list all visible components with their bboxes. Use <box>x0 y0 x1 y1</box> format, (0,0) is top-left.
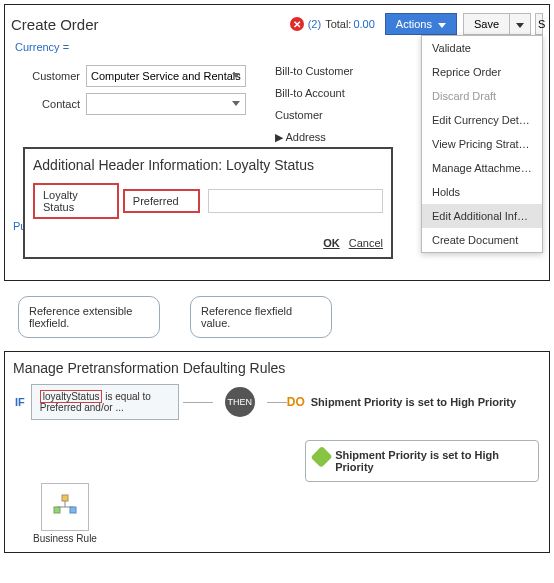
overflow-button[interactable]: S <box>535 13 543 35</box>
billto-customer-label: Bill-to Customer <box>275 65 353 77</box>
save-split-button[interactable] <box>509 13 531 35</box>
menu-edit-additional-info[interactable]: Edit Additional Information <box>422 204 542 228</box>
callout-extensible-flexfield: Reference extensible flexfield. <box>18 296 160 338</box>
customer-field[interactable] <box>86 65 246 87</box>
total-value: 0.00 <box>353 18 374 30</box>
menu-create-doc[interactable]: Create Document <box>422 228 542 252</box>
do-result-card[interactable]: Shipment Priority is set to High Priorit… <box>305 440 539 482</box>
tag-icon <box>311 446 333 468</box>
svg-rect-4 <box>70 507 76 513</box>
customer2-label: Customer <box>275 109 353 121</box>
rules-title: Manage Pretransformation Defaulting Rule… <box>5 352 549 384</box>
save-button[interactable]: Save <box>463 13 509 35</box>
actions-menu: Validate Reprice Order Discard Draft Edi… <box>421 35 543 253</box>
menu-holds[interactable]: Holds <box>422 180 542 204</box>
error-count[interactable]: (2) <box>308 18 321 30</box>
contact-field[interactable] <box>86 93 246 115</box>
business-rule-icon <box>51 493 79 521</box>
address-label: ▶ Address <box>275 131 353 144</box>
do-card-text: Shipment Priority is set to High Priorit… <box>335 449 530 473</box>
menu-manage-attach[interactable]: Manage Attachments <box>422 156 542 180</box>
popup-title: Additional Header Information: Loyalty S… <box>33 157 383 173</box>
ok-button[interactable]: OK <box>323 237 340 249</box>
menu-view-pricing[interactable]: View Pricing Strategy and S <box>422 132 542 156</box>
total-label: Total: <box>325 18 351 30</box>
if-condition-box[interactable]: loyaltyStatus is equal to Preferred and/… <box>31 384 179 420</box>
error-icon[interactable]: ✕ <box>290 17 304 31</box>
loyalty-status-label: Loyalty Status <box>33 183 119 219</box>
business-rule-button[interactable]: Business Rule <box>33 483 97 544</box>
billto-account-label: Bill-to Account <box>275 87 353 99</box>
if-keyword: IF <box>15 396 25 408</box>
menu-reprice[interactable]: Reprice Order <box>422 60 542 84</box>
loyalty-status-value: Preferred <box>123 189 200 213</box>
cancel-button[interactable]: Cancel <box>349 237 383 249</box>
then-badge: THEN <box>225 387 255 417</box>
contact-label: Contact <box>15 98 80 110</box>
svg-rect-3 <box>54 507 60 513</box>
additional-header-info-popup: Additional Header Information: Loyalty S… <box>23 147 393 259</box>
callout-flexfield-value: Reference flexfield value. <box>190 296 332 338</box>
svg-rect-0 <box>62 495 68 501</box>
do-text: Shipment Priority is set to High Priorit… <box>311 396 516 408</box>
do-keyword: DO <box>287 395 305 409</box>
business-rule-label: Business Rule <box>33 533 97 544</box>
customer-label: Customer <box>15 70 80 82</box>
menu-edit-currency[interactable]: Edit Currency Details <box>422 108 542 132</box>
actions-button[interactable]: Actions <box>385 13 457 35</box>
page-title: Create Order <box>11 16 290 33</box>
menu-discard: Discard Draft <box>422 84 542 108</box>
menu-validate[interactable]: Validate <box>422 36 542 60</box>
loyalty-status-input[interactable] <box>208 189 383 213</box>
